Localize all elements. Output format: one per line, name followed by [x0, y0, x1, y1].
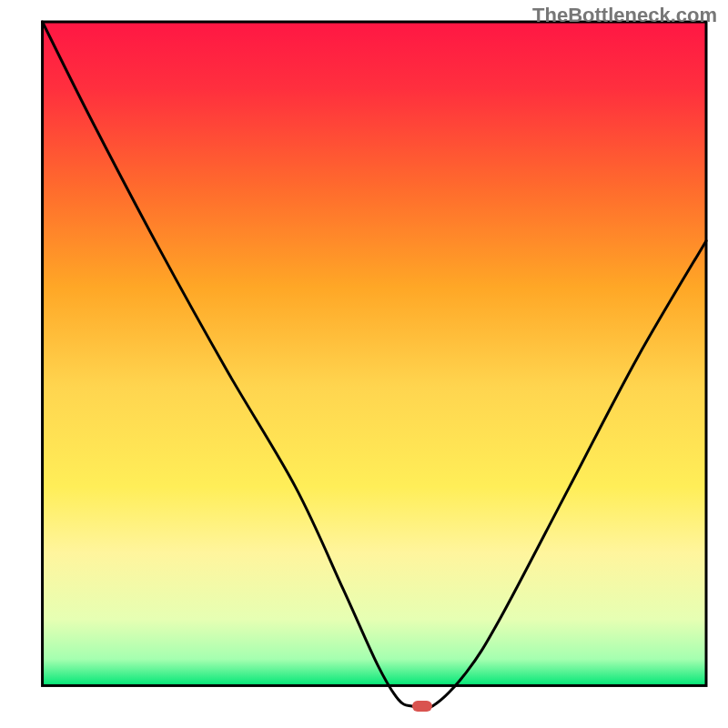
bottleneck-chart	[0, 0, 728, 728]
plot-background	[43, 22, 706, 685]
watermark-text: TheBottleneck.com	[532, 4, 717, 27]
chart-container: TheBottleneck.com	[0, 0, 728, 728]
optimal-marker	[412, 701, 432, 712]
